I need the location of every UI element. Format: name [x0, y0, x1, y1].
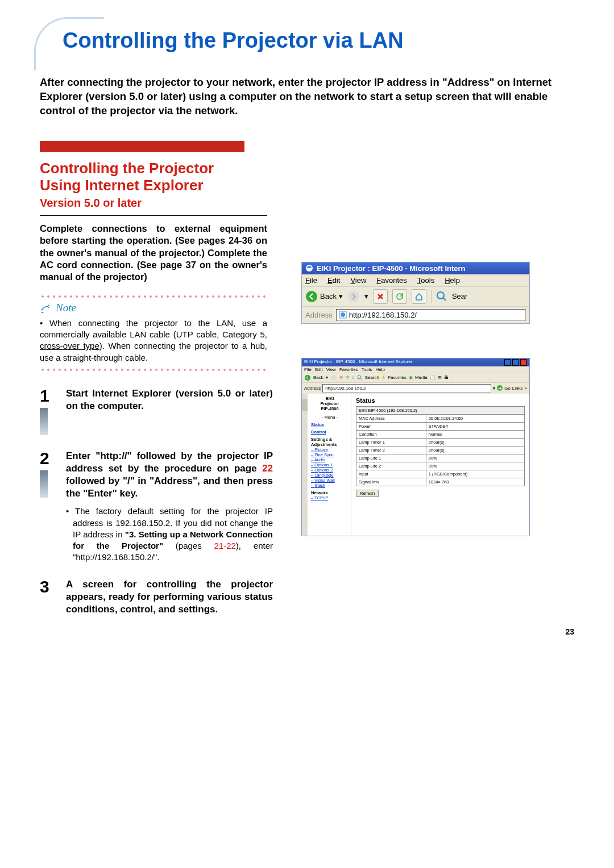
search-label[interactable]: Search: [365, 375, 379, 380]
search-icon[interactable]: [357, 375, 363, 381]
table-row: Lamp Life 299%: [356, 462, 525, 470]
media-icon[interactable]: ◉: [409, 375, 413, 380]
table-row: Input1 (RGB/Component): [356, 470, 525, 478]
sidebar: EIKI Projector EIP-4500 - Menu - Status …: [302, 394, 351, 536]
history-icon[interactable]: 🕑: [430, 375, 435, 380]
back-button[interactable]: [304, 374, 311, 381]
menu-favorites[interactable]: Favorites: [339, 367, 358, 372]
sidebar-brand: EIKI Projector EIP-4500: [311, 396, 349, 411]
status-heading: Status: [356, 397, 525, 404]
table-row: Signal Info1024× 768: [356, 478, 525, 486]
svg-point-2: [348, 291, 359, 302]
sidebar-item-options2[interactable]: – Options 2: [311, 468, 349, 473]
stop-button[interactable]: ✕: [339, 375, 343, 380]
dots-divider: [40, 368, 267, 372]
go-button[interactable]: ➔: [497, 385, 503, 391]
step-text: A screen for controlling the projector a…: [66, 578, 273, 616]
step-3: 3 A screen for controlling the projector…: [40, 578, 273, 616]
menu-favorites[interactable]: Favorites: [376, 276, 406, 285]
prep-text: Complete connections to external equipme…: [40, 223, 267, 283]
menu-view[interactable]: View: [350, 276, 366, 285]
toolbar: Back ▾ ✕ ⟳ ⌂ Search ★Favorites ◉Media 🕑 …: [302, 373, 529, 382]
dots-divider: [40, 295, 267, 298]
divider: [40, 215, 267, 216]
sidebar-item-finesync[interactable]: – Fine Sync: [311, 452, 349, 457]
menu-tools[interactable]: Tools: [417, 276, 434, 285]
note-label: Note: [56, 302, 76, 314]
page-icon: [339, 311, 347, 319]
svg-point-1: [306, 291, 317, 302]
menubar: File Edit View Favorites Tools Help: [302, 274, 529, 286]
toolbar: Back ▾ ▾ Sear: [302, 286, 529, 306]
go-label[interactable]: Go: [504, 386, 511, 391]
menu-edit[interactable]: Edit: [315, 367, 323, 372]
sidebar-item-stack[interactable]: – Stack: [311, 483, 349, 488]
menu-file[interactable]: File: [304, 367, 312, 372]
refresh-button[interactable]: Refresh: [356, 490, 379, 497]
close-button[interactable]: [520, 359, 527, 366]
refresh-button[interactable]: [392, 289, 407, 304]
hand-write-icon: [40, 302, 52, 314]
menu-help[interactable]: Help: [445, 276, 460, 285]
back-button[interactable]: Back ▾: [305, 290, 343, 303]
links-label[interactable]: Links: [512, 386, 523, 391]
menu-view[interactable]: View: [326, 367, 336, 372]
home-button[interactable]: ⌂: [352, 375, 355, 380]
step-number: 1: [40, 387, 57, 404]
dropdown-icon[interactable]: ▾: [493, 386, 495, 391]
window-titlebar: EIKI Projector : EIP-4500 - Microsoft In…: [302, 358, 529, 366]
table-row: ConditionNormal: [356, 430, 525, 438]
menu-file[interactable]: File: [305, 276, 317, 285]
step-gradient: [40, 470, 48, 498]
step-text: Start Internet Explorer (version 5.0 or …: [66, 387, 273, 412]
address-label: Address: [304, 386, 321, 391]
search-icon[interactable]: [436, 291, 447, 302]
address-label: Address: [305, 311, 333, 319]
forward-button[interactable]: [347, 290, 360, 303]
step-2: 2 Enter "http://" followed by the projec…: [40, 450, 273, 564]
forward-button[interactable]: [330, 374, 337, 381]
mail-icon[interactable]: ✉: [438, 375, 442, 380]
home-button[interactable]: [412, 289, 426, 304]
step-1: 1 Start Internet Explorer (version 5.0 o…: [40, 387, 273, 435]
decorative-swoosh: [34, 17, 104, 70]
menu-edit[interactable]: Edit: [327, 276, 340, 285]
window-titlebar: EIKI Projector : EIP-4500 - Microsoft In…: [302, 262, 529, 274]
address-bar: Address http://192.168.150.2 ▾ ➔ Go Link…: [302, 382, 529, 394]
page-number: 23: [565, 627, 574, 636]
sidebar-item-audio[interactable]: – Audio: [311, 457, 349, 462]
ie-icon: [305, 264, 313, 272]
sidebar-item-videowall[interactable]: – Video Wall: [311, 478, 349, 483]
stop-button[interactable]: [373, 289, 388, 304]
minimize-button[interactable]: [504, 359, 511, 366]
step-gradient: [40, 408, 48, 435]
sidebar-item-language[interactable]: – Language: [311, 473, 349, 478]
sidebar-item-control[interactable]: Control: [311, 429, 349, 435]
address-input[interactable]: http://192.168.150.2: [322, 384, 491, 393]
section-title: Controlling the Projector Using Internet…: [40, 160, 279, 194]
step-number: 3: [40, 578, 57, 595]
table-row: Lamp Life 199%: [356, 454, 525, 462]
table-row: Lamp Timer 22hour(s): [356, 446, 525, 454]
refresh-button[interactable]: ⟳: [346, 375, 350, 380]
search-label[interactable]: Sear: [452, 292, 467, 301]
status-table: EIKI EIP-4500 (192.168.150.2) MAC Addres…: [356, 406, 525, 486]
favorites-icon[interactable]: ★: [381, 375, 385, 380]
scrollbar[interactable]: [302, 394, 308, 536]
sidebar-item-tcpip[interactable]: – TCP/IP: [311, 495, 349, 500]
sidebar-item-picture[interactable]: – Picture: [311, 447, 349, 452]
menu-tools[interactable]: Tools: [362, 367, 372, 372]
svg-point-3: [437, 292, 444, 299]
svg-point-7: [331, 375, 337, 381]
print-icon[interactable]: 🖶: [444, 375, 449, 380]
sidebar-item-status[interactable]: Status: [311, 422, 349, 427]
intro-paragraph: After connecting the projector to your n…: [40, 76, 574, 118]
sidebar-item-options1[interactable]: – Options 1: [311, 462, 349, 468]
menu-help[interactable]: Help: [375, 367, 384, 372]
maximize-button[interactable]: [512, 359, 519, 366]
svg-point-8: [358, 375, 361, 379]
device-row: EIKI EIP-4500 (192.168.150.2): [356, 406, 525, 414]
browser-screenshot-2: EIKI Projector : EIP-4500 - Microsoft In…: [301, 358, 530, 536]
address-input[interactable]: http://192.168.150.2/: [336, 309, 526, 321]
note-body: • When connecting the projector to the L…: [40, 318, 267, 364]
